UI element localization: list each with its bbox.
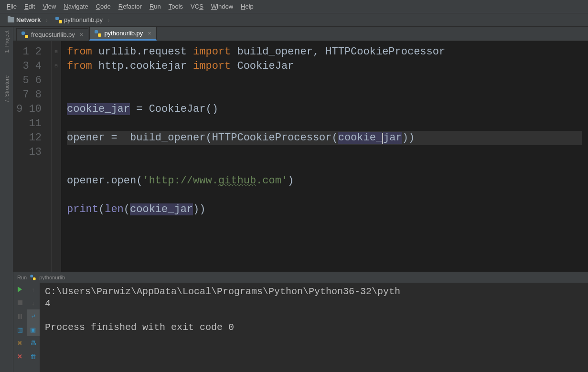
editor-tab[interactable]: pythonurlib.py× xyxy=(89,27,157,41)
down-button[interactable]: ↓ xyxy=(27,296,40,309)
run-panel-header[interactable]: Run pythonurlib xyxy=(13,272,588,283)
soft-wrap-button[interactable]: ⤶ xyxy=(27,309,40,323)
python-file-icon xyxy=(21,32,28,38)
python-file-icon xyxy=(31,275,36,280)
fold-mark-icon[interactable]: ⊟ xyxy=(52,59,61,74)
editor-tabbar: frequesturllib.py×pythonurlib.py× xyxy=(13,27,588,41)
menu-code[interactable]: Code xyxy=(92,1,115,12)
menu-navigate[interactable]: Navigate xyxy=(60,1,92,12)
run-toolbar: ↑ ↓ ⤶ ▥ ▣ ✖ 🖶 ✕ 🗑 xyxy=(13,283,40,372)
pin-button[interactable]: ✖ xyxy=(13,336,27,350)
folder-icon xyxy=(8,17,14,22)
run-config-name: pythonurlib xyxy=(39,275,65,280)
menu-edit[interactable]: Edit xyxy=(21,1,39,12)
print-button[interactable]: 🖶 xyxy=(27,336,40,350)
menu-view[interactable]: View xyxy=(39,1,60,12)
menu-refactor[interactable]: Refactor xyxy=(115,1,146,12)
breadcrumb-project[interactable]: Network › xyxy=(5,16,51,24)
sidebar-tab-project[interactable]: 1: Project xyxy=(4,31,10,53)
scroll-to-end-button[interactable]: ▣ xyxy=(27,323,40,336)
code-content[interactable]: from urllib.request import build_opener,… xyxy=(61,41,588,272)
close-icon[interactable]: × xyxy=(146,30,151,37)
fold-mark-icon[interactable]: ⊟ xyxy=(52,45,61,59)
breadcrumb-file[interactable]: pythonurlib.py › xyxy=(53,16,113,24)
menu-window[interactable]: Window xyxy=(207,1,237,12)
run-panel-title: Run xyxy=(17,275,27,280)
editor-area: frequesturllib.py×pythonurlib.py× 1 2 3 … xyxy=(13,27,588,372)
left-tool-gutter: 1: Project 7: Structure xyxy=(0,27,13,372)
up-button[interactable]: ↑ xyxy=(27,283,40,296)
run-panel: Run pythonurlib ↑ ↓ ⤶ ▥ ▣ ✖ 🖶 ✕ 🗑 xyxy=(13,272,588,372)
run-output[interactable]: C:\Users\Parwiz\AppData\Local\Programs\P… xyxy=(40,283,588,372)
menu-help[interactable]: Help xyxy=(237,1,257,12)
breadcrumb-file-label: pythonurlib.py xyxy=(64,16,103,23)
tab-label: frequesturllib.py xyxy=(31,31,75,38)
tab-label: pythonurlib.py xyxy=(104,30,143,37)
layout-button[interactable]: ▥ xyxy=(13,323,27,336)
python-file-icon xyxy=(55,17,62,23)
fold-column: ⊟ ⊟ xyxy=(52,41,61,272)
breadcrumb-bar: Network › pythonurlib.py › xyxy=(0,13,588,27)
breadcrumb-project-label: Network xyxy=(16,16,41,23)
sidebar-tab-structure[interactable]: 7: Structure xyxy=(4,75,10,103)
menubar: FileEditViewNavigateCodeRefactorRunTools… xyxy=(0,0,588,13)
menu-run[interactable]: Run xyxy=(146,1,165,12)
chevron-right-icon: › xyxy=(45,16,48,24)
menu-tools[interactable]: Tools xyxy=(165,1,187,12)
menu-file[interactable]: File xyxy=(3,1,21,12)
menu-vcs[interactable]: VCS xyxy=(187,1,207,12)
chevron-right-icon: › xyxy=(107,16,110,24)
editor-tab[interactable]: frequesturllib.py× xyxy=(16,28,88,41)
run-button[interactable] xyxy=(13,283,27,296)
python-file-icon xyxy=(95,30,101,37)
close-button[interactable]: ✕ xyxy=(13,350,27,363)
trash-button[interactable]: 🗑 xyxy=(27,350,40,363)
close-icon[interactable]: × xyxy=(78,31,84,38)
code-editor[interactable]: 1 2 3 4 5 6 7 8 9 10 11 12 13 ⊟ ⊟ from u… xyxy=(13,41,588,272)
stop-button[interactable] xyxy=(13,296,27,309)
pause-button[interactable] xyxy=(13,309,27,323)
line-gutter: 1 2 3 4 5 6 7 8 9 10 11 12 13 xyxy=(13,41,52,272)
